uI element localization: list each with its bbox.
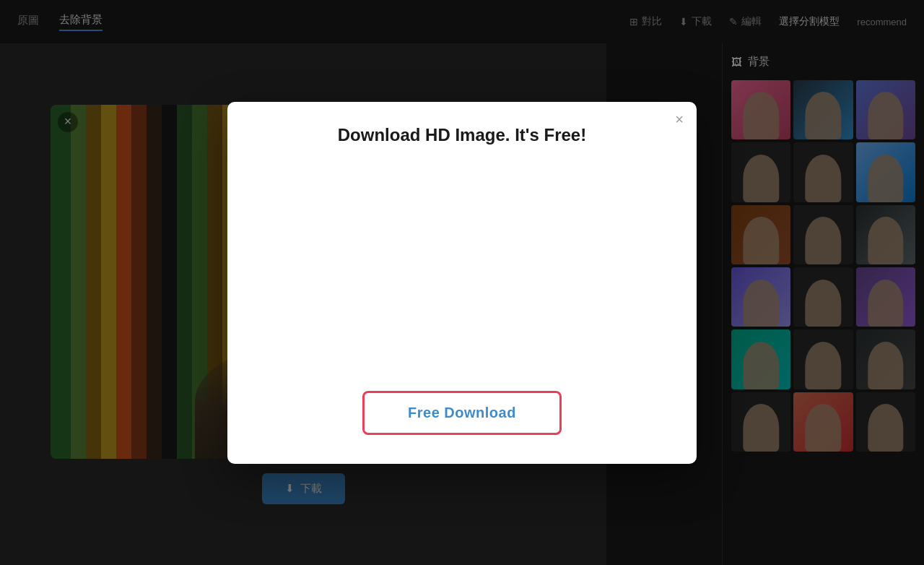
- modal-content-area: [256, 165, 668, 368]
- modal-close-button[interactable]: ×: [675, 112, 684, 126]
- modal-title: Download HD Image. It's Free!: [338, 125, 586, 145]
- modal-overlay[interactable]: × Download HD Image. It's Free! Free Dow…: [0, 0, 924, 565]
- modal-dialog: × Download HD Image. It's Free! Free Dow…: [227, 102, 697, 464]
- free-download-button[interactable]: Free Download: [362, 391, 562, 435]
